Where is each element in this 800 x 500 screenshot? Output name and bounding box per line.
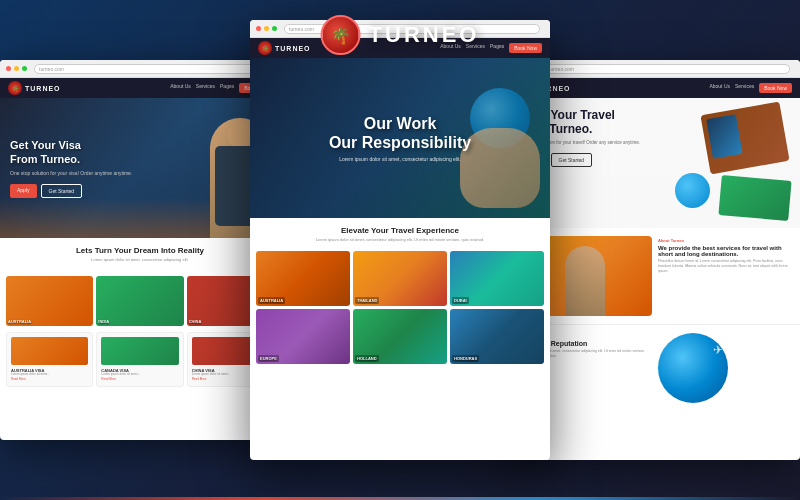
- right-hero-subtitle: One stop solution for your travel! Order…: [520, 140, 790, 145]
- left-dream-section: Lets Turn Your Dream Into Reality Lorem …: [0, 238, 280, 270]
- center-logo: 🌴 TURNEO: [258, 41, 311, 55]
- right-hero: Start Your TravelWith Turneo. One stop s…: [510, 98, 800, 228]
- dot-minimize-left[interactable]: [14, 66, 19, 71]
- right-nav: 🌴 TURNEO About Us Services Book Now: [510, 78, 800, 98]
- dot-maximize-center[interactable]: [272, 26, 277, 31]
- about-desc: Phasellus dictum lorem at. Lorem consect…: [658, 259, 792, 274]
- center-dest-australia[interactable]: AUSTRALIA: [256, 251, 350, 306]
- window-left: turneo.com 🌴 TURNEO About Us Services Pa…: [0, 60, 280, 440]
- center-destinations-grid: AUSTRALIA THAILAND DUBAI EUROPE HOLLAND …: [250, 251, 550, 370]
- center-dest-dubai[interactable]: DUBAI: [450, 251, 544, 306]
- center-hero-subtitle: Lorem ipsum dolor sit amet, consectetur …: [329, 156, 471, 162]
- visa-more-canada[interactable]: Read More: [101, 377, 178, 381]
- left-visa-grid: AUSTRALIA VISA Lorem ipsum dolor sit ame…: [0, 332, 280, 393]
- nav-book-btn-center[interactable]: Book Now: [509, 43, 542, 53]
- left-hero-text: Get Your VisaFrom Turneo. One stop solut…: [10, 138, 132, 199]
- dot-close-left[interactable]: [6, 66, 11, 71]
- right-hero-buttons: Apply Get Started: [520, 153, 790, 167]
- right-hero-title: Start Your TravelWith Turneo.: [520, 108, 790, 137]
- dest-card-india[interactable]: INDIA: [96, 276, 183, 326]
- nav-about-right[interactable]: About Us: [709, 83, 730, 93]
- elevate-text: Lorem ipsum dolor sit amet, consectetur …: [258, 237, 542, 243]
- nav-links-right: About Us Services Book Now: [709, 83, 792, 93]
- window-center: turneo.com 🌴 TURNEO About Us Services Pa…: [250, 20, 550, 460]
- nav-pages[interactable]: Pages: [220, 83, 234, 93]
- main-logo-icon: 🌴: [321, 15, 361, 55]
- url-bar-right[interactable]: turneo.com: [544, 64, 790, 74]
- visa-img-aus: [11, 337, 88, 365]
- url-bar-left[interactable]: turneo.com: [34, 64, 270, 74]
- nav-about[interactable]: About Us: [170, 83, 191, 93]
- windows-container: turneo.com 🌴 TURNEO About Us Services Pa…: [0, 0, 800, 500]
- visa-img-canada: [101, 337, 178, 365]
- center-hero: Our WorkOur Responsibility Lorem ipsum d…: [250, 58, 550, 218]
- right-reputation-section: Feature: 04 Excellent Reputation Lorem i…: [510, 324, 800, 411]
- visa-card-canada[interactable]: CANADA VISA Lorem ipsum dolor sit amet..…: [96, 332, 183, 387]
- left-hero-subtitle: One stop solution for your visa! Order a…: [10, 170, 132, 176]
- right-about-section: About Turneo We provide the best service…: [510, 228, 800, 324]
- logo-text-left: TURNEO: [25, 85, 61, 92]
- about-person: [565, 246, 605, 316]
- center-hero-text: Our WorkOur Responsibility Lorem ipsum d…: [329, 114, 471, 162]
- browser-bar-right: turneo.com: [510, 60, 800, 78]
- money-decoration: [718, 175, 791, 221]
- reputation-globe: [658, 333, 728, 403]
- center-hero-title: Our WorkOur Responsibility: [329, 114, 471, 152]
- dream-title: Lets Turn Your Dream Into Reality: [8, 246, 272, 255]
- dest-label-india: INDIA: [98, 319, 109, 324]
- left-hero-buttons: Apply Get Started: [10, 184, 132, 198]
- window-right: turneo.com 🌴 TURNEO About Us Services Bo…: [510, 60, 800, 460]
- about-badge: About Turneo: [658, 238, 792, 243]
- about-title: We provide the best services for travel …: [658, 245, 792, 257]
- globe-small-decoration: [675, 173, 710, 208]
- about-text: About Turneo We provide the best service…: [658, 236, 792, 316]
- center-dest-europe[interactable]: EUROPE: [256, 309, 350, 364]
- logo-icon-center: 🌴: [258, 41, 272, 55]
- nav-services-right[interactable]: Services: [735, 83, 754, 93]
- center-dest-label-holland: HOLLAND: [355, 355, 379, 362]
- dest-label-china: CHINA: [189, 319, 202, 324]
- dest-label-aus: AUSTRALIA: [8, 319, 31, 324]
- center-dest-label-aus: AUSTRALIA: [258, 297, 285, 304]
- dot-close-center[interactable]: [256, 26, 261, 31]
- center-dest-label-thai: THAILAND: [355, 297, 379, 304]
- visa-card-australia[interactable]: AUSTRALIA VISA Lorem ipsum dolor sit ame…: [6, 332, 93, 387]
- right-hero-text: Start Your TravelWith Turneo. One stop s…: [520, 108, 790, 167]
- left-nav: 🌴 TURNEO About Us Services Pages Book No…: [0, 78, 280, 98]
- left-hero-title: Get Your VisaFrom Turneo.: [10, 138, 132, 167]
- dot-minimize-center[interactable]: [264, 26, 269, 31]
- right-contact-btn[interactable]: Get Started: [551, 153, 593, 167]
- visa-more-aus[interactable]: Read More: [11, 377, 88, 381]
- center-dest-label-dubai: DUBAI: [452, 297, 469, 304]
- elevate-title: Elevate Your Travel Experience: [258, 226, 542, 235]
- left-apply-btn[interactable]: Apply: [10, 184, 37, 198]
- center-elevate-section: Elevate Your Travel Experience Lorem ips…: [250, 218, 550, 251]
- dot-maximize-left[interactable]: [22, 66, 27, 71]
- nav-book-btn-right[interactable]: Book Now: [759, 83, 792, 93]
- center-dest-label-honduras: HONDURAS: [452, 355, 479, 362]
- hand-decoration: [460, 128, 540, 208]
- left-contact-btn[interactable]: Get Started: [41, 184, 83, 198]
- browser-bar-left: turneo.com: [0, 60, 280, 78]
- center-dest-label-europe: EUROPE: [258, 355, 279, 362]
- logo-text-center: TURNEO: [275, 45, 311, 52]
- center-dest-holland[interactable]: HOLLAND: [353, 309, 447, 364]
- nav-services[interactable]: Services: [196, 83, 215, 93]
- dream-subtitle: Lorem ipsum dolor sit amet, consectetur …: [8, 257, 272, 262]
- logo-icon-left: 🌴: [8, 81, 22, 95]
- dest-card-aus[interactable]: AUSTRALIA: [6, 276, 93, 326]
- main-logo-text: TURNEO: [369, 22, 480, 48]
- nav-pages-center[interactable]: Pages: [490, 43, 504, 53]
- left-logo: 🌴 TURNEO: [8, 81, 61, 95]
- main-logo: 🌴 TURNEO: [321, 15, 480, 55]
- center-dest-thailand[interactable]: THAILAND: [353, 251, 447, 306]
- left-destinations-grid: AUSTRALIA INDIA CHINA: [0, 270, 280, 332]
- center-dest-honduras[interactable]: HONDURAS: [450, 309, 544, 364]
- left-hero: Get Your VisaFrom Turneo. One stop solut…: [0, 98, 280, 238]
